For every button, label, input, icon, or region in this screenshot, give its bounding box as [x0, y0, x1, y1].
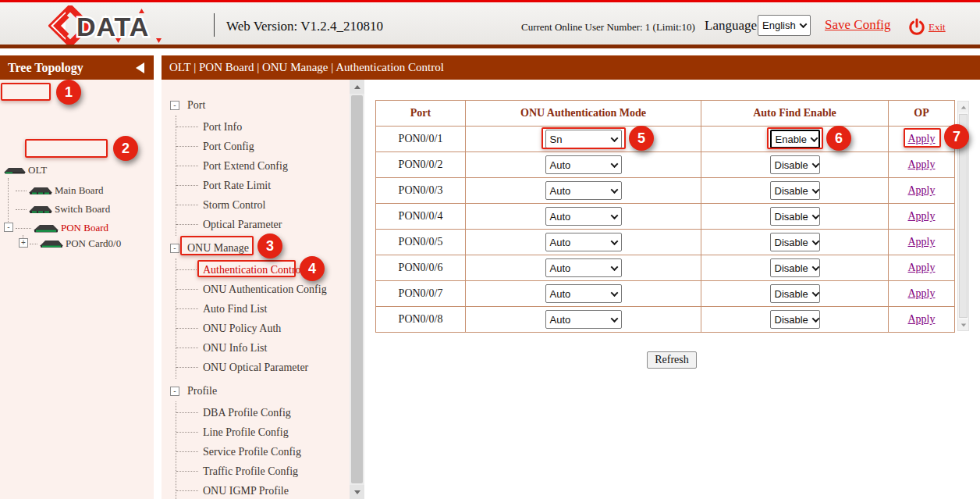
cdata-logo-icon: DATA: [48, 5, 173, 46]
auto-find-select[interactable]: Disable: [770, 207, 820, 226]
nav-scrollbar[interactable]: [350, 80, 364, 499]
apply-link[interactable]: Apply: [908, 287, 936, 299]
port-cell: PON0/0/1: [376, 127, 466, 152]
chevron-down-icon: [811, 315, 819, 323]
auto-find-select[interactable]: Disable: [770, 284, 820, 303]
nav-item-profile[interactable]: - Profile: [162, 380, 350, 401]
nav-item-onu-authentication-config[interactable]: ONU Authentication Config: [176, 280, 350, 299]
nav-item-onu-policy-auth[interactable]: ONU Policy Auth: [176, 319, 350, 338]
exit-link[interactable]: Exit: [929, 21, 946, 34]
table-scrollbar[interactable]: [957, 101, 969, 331]
auto-find-select[interactable]: Disable: [770, 258, 820, 277]
auth-mode-select[interactable]: Auto: [545, 181, 622, 200]
sidebar-item-label: Switch Board: [55, 203, 110, 216]
tree-connector: [8, 178, 9, 228]
auto-find-select[interactable]: Disable: [770, 310, 820, 329]
auto-find-select[interactable]: Disable: [770, 155, 820, 174]
nav-item-storm-control[interactable]: Storm Control: [176, 195, 350, 215]
table-row: PON0/0/3 Auto Disable Apply: [376, 178, 955, 204]
sidebar-item-switch-board[interactable]: Switch Board: [16, 201, 110, 217]
tree-topology-title: Tree Topology: [8, 61, 83, 75]
scrollbar-thumb[interactable]: [959, 114, 968, 318]
collapse-toggle-icon[interactable]: -: [170, 101, 179, 110]
apply-link[interactable]: Apply: [908, 210, 936, 222]
auto-find-select[interactable]: Enable: [770, 130, 820, 148]
chevron-down-icon: [811, 186, 819, 194]
sidebar-item-olt[interactable]: OLT: [2, 162, 47, 178]
svg-text:DATA: DATA: [76, 12, 149, 41]
nav-item-onu-manage[interactable]: - ONU Manage: [162, 237, 350, 258]
breadcrumb-text: OLT | PON Board | ONU Manage | Authentic…: [169, 61, 444, 74]
nav-item-authentication-control[interactable]: Authentication Control: [176, 260, 350, 280]
header-bar: DATA Web Version: V1.2.4_210810 Current …: [0, 2, 980, 45]
sidebar-item-label: Main Board: [55, 184, 103, 197]
chevron-down-icon: [811, 263, 819, 271]
nav-item-port-config[interactable]: Port Config: [176, 137, 350, 156]
auth-mode-select[interactable]: Auto: [545, 310, 622, 329]
scroll-up-icon[interactable]: [958, 102, 968, 112]
table-row: PON0/0/7 Auto Disable Apply: [376, 281, 955, 307]
nav-item-service-profile-config[interactable]: Service Profile Config: [176, 442, 350, 462]
chevron-down-icon: [811, 160, 819, 168]
collapse-toggle-icon[interactable]: -: [170, 244, 179, 253]
scroll-up-icon[interactable]: [350, 80, 364, 94]
language-select[interactable]: English: [758, 15, 811, 36]
auth-mode-select[interactable]: Auto: [545, 233, 622, 251]
table-row: PON0/0/4 Auto Disable Apply: [376, 204, 955, 230]
expand-toggle-pon-card[interactable]: +: [19, 238, 28, 248]
tree-topology-panel: OLT Main Board Swit: [0, 80, 154, 499]
col-header-port: Port: [376, 101, 466, 127]
board-device-icon: [28, 186, 53, 195]
sidebar-item-pon-board[interactable]: PON Board: [16, 220, 108, 236]
nav-item-line-profile-config[interactable]: Line Profile Config: [176, 422, 350, 442]
nav-item-auto-find-list[interactable]: Auto Find List: [176, 299, 350, 319]
apply-link[interactable]: Apply: [908, 236, 936, 248]
collapse-panel-icon[interactable]: [136, 62, 144, 73]
nav-item-onu-optical-parameter[interactable]: ONU Optical Parameter: [176, 358, 350, 377]
nav-item-dba-profile-config[interactable]: DBA Profile Config: [176, 403, 350, 422]
scroll-down-icon[interactable]: [958, 319, 968, 330]
nav-item-onu-igmp-profile[interactable]: ONU IGMP Profile: [176, 481, 350, 499]
sidebar-item-main-board[interactable]: Main Board: [16, 183, 103, 198]
refresh-button[interactable]: Refresh: [647, 351, 697, 369]
auth-mode-select[interactable]: Auto: [545, 207, 622, 226]
auth-mode-select[interactable]: Auto: [545, 155, 622, 174]
board-device-icon: [39, 239, 64, 248]
table-row: PON0/0/6 Auto Disable Apply: [376, 255, 955, 281]
nav-item-port-rate-limit[interactable]: Port Rate Limit: [176, 176, 350, 195]
scrollbar-thumb[interactable]: [351, 95, 363, 483]
chevron-down-icon: [811, 134, 818, 142]
scroll-down-icon[interactable]: [350, 485, 364, 499]
auth-mode-select[interactable]: Auto: [545, 284, 622, 303]
nav-item-port-info[interactable]: Port Info: [176, 117, 350, 137]
sidebar-item-label: PON Board: [61, 222, 108, 234]
sidebar-item-pon-card[interactable]: PON Card0/0: [30, 236, 121, 251]
chevron-down-icon: [610, 212, 618, 219]
apply-link[interactable]: Apply: [908, 313, 936, 325]
chevron-down-icon: [610, 289, 618, 297]
nav-item-port-extend-config[interactable]: Port Extend Config: [176, 156, 350, 176]
nav-item-port[interactable]: - Port: [162, 94, 350, 116]
chevron-down-icon: [610, 263, 618, 271]
auth-mode-select[interactable]: Sn: [545, 130, 622, 148]
apply-link[interactable]: Apply: [908, 159, 936, 170]
nav-item-onu-info-list[interactable]: ONU Info List: [176, 338, 350, 358]
apply-link[interactable]: Apply: [908, 133, 936, 144]
table-header-row: Port ONU Authentication Mode Auto Find E…: [376, 101, 955, 127]
collapse-toggle-icon[interactable]: -: [170, 387, 179, 396]
apply-link[interactable]: Apply: [908, 262, 936, 273]
power-icon[interactable]: [908, 17, 925, 36]
port-cell: PON0/0/7: [376, 281, 466, 307]
save-config-link[interactable]: Save Config: [825, 17, 891, 33]
nav-item-traffic-profile-config[interactable]: Traffic Profile Config: [176, 462, 350, 481]
header-divider: [214, 13, 215, 37]
nav-item-optical-parameter[interactable]: Optical Parameter: [176, 215, 350, 234]
auto-find-select[interactable]: Disable: [770, 181, 820, 200]
collapse-toggle-pon-board[interactable]: -: [4, 223, 13, 232]
auth-mode-select[interactable]: Auto: [545, 258, 622, 277]
board-device-icon: [28, 205, 53, 214]
col-header-auth-mode: ONU Authentication Mode: [466, 101, 701, 127]
apply-link[interactable]: Apply: [908, 184, 936, 196]
nav-panel: - Port Port Info Port Config Port Extend…: [162, 80, 350, 499]
auto-find-select[interactable]: Disable: [770, 233, 820, 251]
